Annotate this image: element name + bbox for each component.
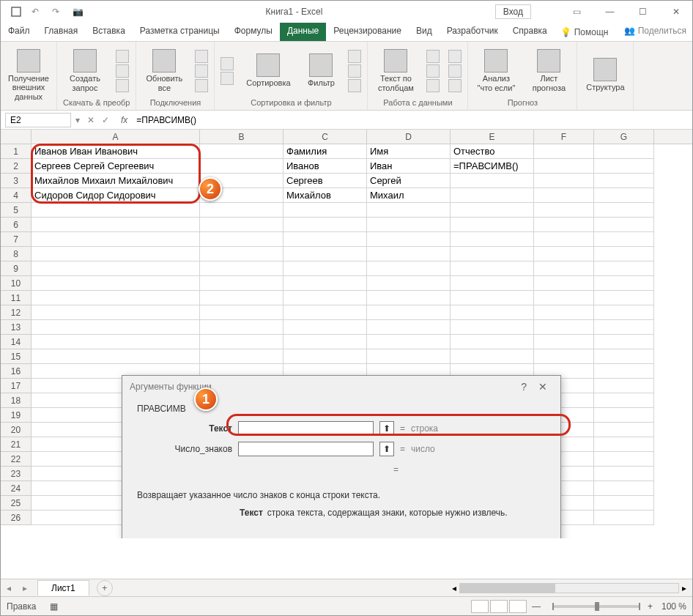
cell[interactable] <box>367 218 451 232</box>
connections-icon[interactable] <box>195 50 208 63</box>
dialog-close-icon[interactable]: ✕ <box>533 381 553 393</box>
cell[interactable] <box>32 349 200 364</box>
from-table-icon[interactable] <box>116 64 129 78</box>
camera-icon[interactable]: 📷 <box>73 7 83 17</box>
cell[interactable] <box>200 349 284 364</box>
flash-fill-icon[interactable] <box>426 50 440 63</box>
col-header-g[interactable]: G <box>594 130 654 144</box>
cell[interactable] <box>594 261 654 276</box>
cell[interactable] <box>284 349 367 364</box>
cell[interactable] <box>594 349 654 364</box>
cell[interactable] <box>451 203 534 218</box>
fx-icon[interactable]: fx <box>116 115 132 125</box>
cell[interactable] <box>534 261 594 276</box>
cell[interactable] <box>451 232 534 247</box>
cell[interactable] <box>200 320 284 335</box>
col-header-e[interactable]: E <box>451 130 534 144</box>
cell[interactable] <box>534 320 594 335</box>
cell[interactable] <box>367 261 451 276</box>
cell[interactable] <box>451 261 534 276</box>
cell[interactable] <box>594 305 654 320</box>
cell[interactable] <box>594 393 654 408</box>
cell[interactable] <box>32 291 200 305</box>
row-header[interactable]: 8 <box>1 247 32 261</box>
cell[interactable]: Сергеев Сергей Сергеевич <box>32 159 200 174</box>
save-icon[interactable] <box>11 7 21 17</box>
cell[interactable] <box>367 247 451 261</box>
row-header[interactable]: 6 <box>1 218 32 232</box>
cell[interactable]: Фамилия <box>284 144 367 159</box>
normal-view-button[interactable] <box>471 600 489 613</box>
cell[interactable] <box>284 320 367 335</box>
cell[interactable] <box>594 218 654 232</box>
row-header[interactable]: 18 <box>1 393 32 408</box>
cell[interactable] <box>594 423 654 437</box>
name-box[interactable] <box>5 113 71 127</box>
col-header-a[interactable]: A <box>32 130 200 144</box>
cell[interactable]: Михаил <box>367 188 451 203</box>
forecast-sheet-button[interactable]: Лист прогноза <box>527 49 571 92</box>
cell[interactable] <box>594 379 654 393</box>
cell[interactable] <box>284 203 367 218</box>
recent-sources-icon[interactable] <box>116 79 129 92</box>
sheet-tab-active[interactable]: Лист1 <box>37 580 89 595</box>
cell[interactable]: Михайлов <box>284 188 367 203</box>
cell[interactable]: Иванов <box>284 159 367 174</box>
col-header-c[interactable]: C <box>284 130 367 144</box>
cell[interactable]: Сидоров Сидор Сидорович <box>32 188 200 203</box>
cell[interactable]: Отчество <box>451 144 534 159</box>
row-header[interactable]: 24 <box>1 481 32 496</box>
cell[interactable] <box>534 349 594 364</box>
maximize-button[interactable]: ☐ <box>626 1 659 23</box>
page-layout-view-button[interactable] <box>490 600 508 613</box>
cell[interactable] <box>367 349 451 364</box>
macro-record-icon[interactable]: ▦ <box>50 601 58 612</box>
cancel-formula-icon[interactable]: ✕ <box>87 115 94 125</box>
row-header[interactable]: 3 <box>1 174 32 188</box>
cell[interactable] <box>200 291 284 305</box>
cell[interactable] <box>367 291 451 305</box>
tab-view[interactable]: Вид <box>409 23 440 41</box>
sort-az-icon[interactable] <box>220 57 234 70</box>
cell[interactable]: Имя <box>367 144 451 159</box>
data-validation-icon[interactable] <box>426 79 440 92</box>
cell[interactable] <box>594 203 654 218</box>
cell[interactable] <box>367 276 451 291</box>
sort-button[interactable]: Сортировка <box>242 53 294 87</box>
cell[interactable] <box>200 247 284 261</box>
cell[interactable] <box>200 203 284 218</box>
cell[interactable] <box>451 276 534 291</box>
row-header[interactable]: 10 <box>1 276 32 291</box>
row-header[interactable]: 19 <box>1 408 32 423</box>
cell[interactable] <box>451 218 534 232</box>
cell[interactable] <box>367 320 451 335</box>
cell[interactable] <box>594 467 654 481</box>
tab-home[interactable]: Главная <box>37 23 86 41</box>
tell-me[interactable]: 💡Помощн <box>555 23 615 41</box>
row-header[interactable]: 12 <box>1 305 32 320</box>
cell[interactable] <box>451 335 534 349</box>
cell[interactable] <box>534 188 594 203</box>
cell[interactable] <box>367 335 451 349</box>
cell[interactable] <box>534 247 594 261</box>
row-header[interactable]: 4 <box>1 188 32 203</box>
cell[interactable] <box>32 276 200 291</box>
cell[interactable] <box>284 232 367 247</box>
row-header[interactable]: 13 <box>1 320 32 335</box>
zoom-slider[interactable] <box>552 605 640 608</box>
enter-formula-icon[interactable]: ✓ <box>102 115 109 125</box>
reapply-icon[interactable] <box>348 64 361 78</box>
cell[interactable] <box>534 291 594 305</box>
cell[interactable] <box>594 496 654 511</box>
cell[interactable] <box>451 305 534 320</box>
cell[interactable] <box>594 144 654 159</box>
row-header[interactable]: 1 <box>1 144 32 159</box>
tab-file[interactable]: Файл <box>1 23 37 41</box>
add-sheet-button[interactable]: + <box>97 580 113 596</box>
cell[interactable] <box>534 335 594 349</box>
cell[interactable] <box>367 305 451 320</box>
cell[interactable] <box>594 364 654 379</box>
tab-layout[interactable]: Разметка страницы <box>133 23 227 41</box>
row-header[interactable]: 9 <box>1 261 32 276</box>
arg-numchars-ref-icon[interactable]: ⬆ <box>379 442 394 456</box>
